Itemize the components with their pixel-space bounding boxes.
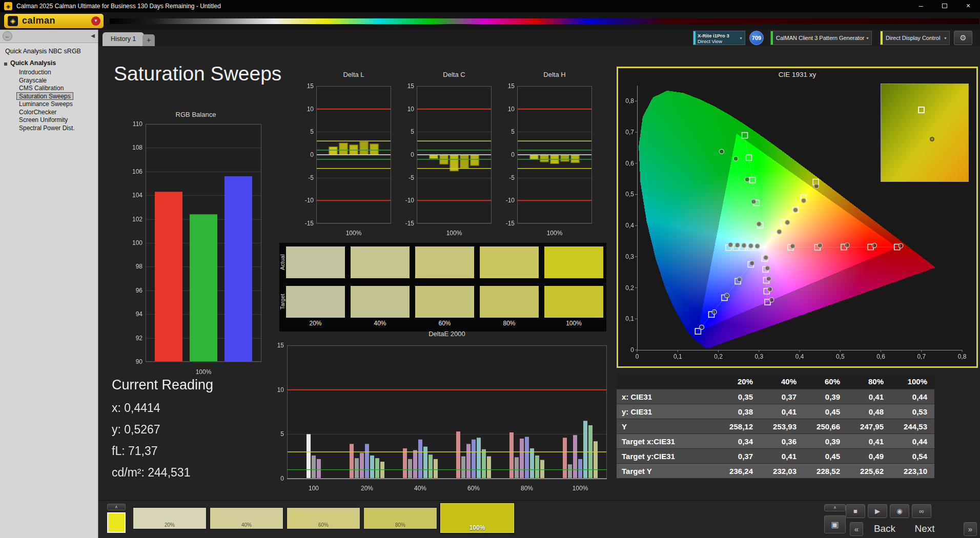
- chevron-down-icon: ▼: [866, 36, 869, 40]
- delta-c-chart: [395, 81, 496, 241]
- workflow-title: Quick Analysis NBC sRGB: [0, 43, 98, 57]
- table-header-cell: 60%: [804, 374, 847, 389]
- table-header-cell: 100%: [891, 374, 934, 389]
- display-control-dropdown[interactable]: Direct Display Control ▼: [880, 31, 950, 45]
- table-cell: 0,37: [760, 389, 804, 404]
- pattern-button-40[interactable]: 40%: [210, 507, 283, 529]
- delta-h-title: Delta H: [517, 71, 592, 78]
- swatch-actual-40: [350, 246, 410, 279]
- current-reading-line: fL: 71,37: [112, 444, 213, 458]
- pattern-generator-accent: [771, 31, 773, 45]
- swatch-column-label-80: 80%: [479, 320, 539, 327]
- sidebar-item-luminance-sweeps[interactable]: Luminance Sweeps: [16, 100, 75, 108]
- table-row: Target y:CIE310,370,410,450,490,54: [617, 449, 934, 464]
- current-pattern-color-swatch[interactable]: [107, 512, 126, 533]
- sidebar-item-introduction[interactable]: Introduction: [16, 68, 54, 76]
- gradient-strip: [110, 18, 979, 24]
- sidebar-item-grayscale[interactable]: Grayscale: [16, 76, 49, 85]
- close-button[interactable]: ×: [956, 0, 980, 12]
- table-cell: 250,66: [804, 419, 847, 433]
- swatch-actual-60: [415, 246, 475, 279]
- table-cell: 0,54: [891, 449, 934, 463]
- table-header-cell: 40%: [760, 374, 804, 389]
- logo-dropdown-icon[interactable]: ▾: [91, 16, 100, 26]
- main-content: Saturation Sweeps RGB Balance Delta L De…: [98, 46, 980, 500]
- pattern-button-60[interactable]: 60%: [287, 507, 360, 529]
- swatch-target-20: [285, 285, 345, 318]
- table-cell: 228,52: [804, 464, 847, 478]
- delta-l-chart: [295, 81, 395, 241]
- table-row-label: y: CIE31: [617, 404, 717, 419]
- current-reading-block: Current Reading x: 0,4414y: 0,5267fL: 71…: [112, 377, 213, 487]
- collapse-sidebar-button[interactable]: ◀: [91, 33, 95, 38]
- table-cell: 0,41: [847, 389, 891, 404]
- sidebar-item-saturation-sweeps[interactable]: Saturation Sweeps: [16, 92, 73, 100]
- calman-logo-button[interactable]: ◈ calman ▾: [4, 14, 104, 28]
- pattern-color-expand-button[interactable]: ∧: [107, 504, 126, 510]
- app-icon: ◈: [4, 2, 12, 10]
- pattern-generator-label: CalMAN Client 3 Pattern Generator: [776, 31, 864, 45]
- table-row-label: Target x:CIE31: [617, 434, 717, 448]
- tab-history-1[interactable]: History 1: [103, 32, 144, 46]
- add-tab-button[interactable]: +: [142, 34, 155, 46]
- table-cell: 0,35: [717, 389, 760, 404]
- table-cell: 0,41: [760, 404, 804, 419]
- tabs-row: History 1 + X-Rite i1Pro 3 Direct View ▼…: [98, 30, 980, 46]
- back-arrow-icon: ←: [5, 33, 10, 39]
- previous-page-button[interactable]: «: [850, 522, 863, 536]
- sidebar-item-colorchecker[interactable]: ColorChecker: [16, 108, 59, 116]
- table-header-cell: 80%: [847, 374, 891, 389]
- tree-root-quick-analysis[interactable]: Quick Analysis: [0, 57, 98, 68]
- cie-zoom-inset: [881, 84, 969, 182]
- chevron-up-icon: ∧: [833, 505, 836, 510]
- current-reading-line: x: 0,4414: [112, 401, 213, 415]
- calman-logo-icon: ◈: [8, 16, 18, 26]
- table-cell: 0,41: [760, 449, 804, 463]
- swatch-actual-80: [479, 246, 539, 279]
- transport-capture-button[interactable]: ◉: [890, 504, 909, 518]
- table-cell: 0,44: [891, 389, 934, 404]
- minimize-button[interactable]: –: [909, 0, 933, 12]
- table-cell: 253,93: [760, 419, 804, 433]
- pattern-window-button[interactable]: ▣: [824, 515, 846, 533]
- sidebar-item-screen-uniformity[interactable]: Screen Uniformity: [16, 116, 70, 124]
- next-button[interactable]: Next: [906, 523, 943, 534]
- stop-icon: ■: [853, 507, 858, 515]
- deltae-2000-chart: [268, 341, 612, 496]
- pattern-generator-dropdown[interactable]: CalMAN Client 3 Pattern Generator ▼: [770, 31, 872, 45]
- meter-mode: Direct View: [698, 38, 722, 44]
- table-row: Target Y236,24232,03228,52225,62223,10: [617, 464, 934, 479]
- collapse-icon: ◀: [91, 33, 95, 38]
- swatch-target-80: [479, 285, 539, 318]
- transport-link-button[interactable]: ∞: [912, 504, 931, 518]
- window-title: Calman 2025 Calman Ultimate for Business…: [16, 3, 221, 10]
- maximize-button[interactable]: [933, 0, 956, 12]
- back-arrow-button[interactable]: ←: [3, 31, 12, 41]
- back-button[interactable]: Back: [866, 523, 903, 534]
- colorspace-709-badge[interactable]: 709: [749, 31, 764, 45]
- pattern-button-20[interactable]: 20%: [133, 507, 207, 529]
- table-cell: 0,34: [717, 434, 760, 448]
- pattern-button-80[interactable]: 80%: [363, 507, 437, 529]
- swatch-actual-100: [544, 246, 604, 279]
- swatch-target-100: [544, 285, 604, 318]
- transport-play-button[interactable]: ▶: [868, 504, 887, 518]
- settings-button[interactable]: ⚙: [954, 31, 972, 45]
- table-cell: 0,39: [804, 389, 847, 404]
- next-page-button[interactable]: »: [964, 522, 977, 536]
- meter-dropdown[interactable]: X-Rite i1Pro 3 Direct View ▼: [693, 31, 745, 45]
- transport-expand-button[interactable]: ∧: [824, 504, 846, 511]
- current-reading-title: Current Reading: [112, 377, 213, 393]
- meter-accent: [693, 31, 696, 45]
- pattern-label: 80%: [364, 522, 437, 528]
- transport-stop-button[interactable]: ■: [846, 504, 865, 518]
- swatch-column-label-100: 100%: [544, 320, 604, 327]
- sidebar-item-spectral-power-dist[interactable]: Spectral Power Dist.: [16, 124, 77, 132]
- table-header-cell: 20%: [717, 374, 760, 389]
- sidebar-item-cms-calibration[interactable]: CMS Calibration: [16, 84, 66, 92]
- saturation-data-table: 20%40%60%80%100%x: CIE310,350,370,390,41…: [617, 374, 934, 479]
- frame-icon: ▣: [831, 520, 839, 529]
- inset-measurement-marker: [930, 137, 934, 141]
- delta-c-title: Delta C: [417, 71, 492, 78]
- pattern-button-100[interactable]: 100%: [440, 503, 514, 533]
